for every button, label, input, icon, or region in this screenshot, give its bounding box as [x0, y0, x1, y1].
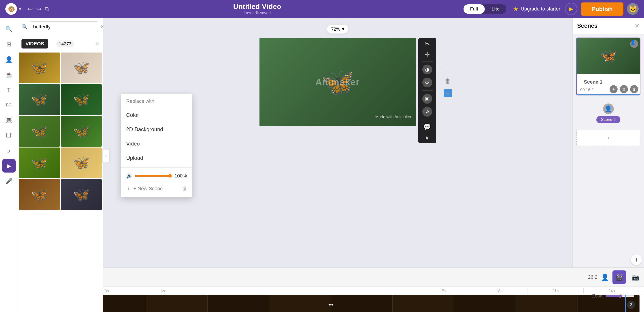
sidebar-item-video[interactable]: ▶ — [2, 159, 16, 173]
sidebar-item-images[interactable]: 🖼 — [2, 114, 16, 127]
scene1-content: 🦋 — [600, 48, 617, 64]
right-canvas-icons: ＋ 🗑 − — [444, 64, 452, 97]
ruler-mark: 15s — [415, 288, 471, 294]
collapse-panel-button[interactable]: ‹ — [102, 149, 110, 163]
mode-full-button[interactable]: Full — [464, 4, 485, 14]
plus-icon: ＋ — [606, 135, 611, 141]
zoom-control[interactable]: 72% ▾ — [327, 24, 348, 33]
cut-tool-button[interactable]: ✂ — [424, 40, 430, 48]
upload-option[interactable]: Upload — [121, 151, 192, 165]
ruler-mark — [191, 290, 415, 291]
rotate-tool-button[interactable]: ↺ — [422, 107, 432, 117]
volume-icon: 🔊 — [126, 173, 132, 179]
chevron-down-icon: ▾ — [19, 6, 21, 12]
video-thumbnail[interactable]: 🦋 — [61, 179, 102, 210]
ruler-mark: 6s — [135, 288, 191, 294]
timeline-video-clip-button[interactable]: 🎬 — [612, 271, 626, 284]
track-frame — [331, 295, 393, 312]
scenes-timeline-add-button[interactable]: ＋ — [631, 254, 642, 265]
video-thumbnail[interactable]: 🦋 — [19, 179, 60, 210]
add-scene-button[interactable]: ＋ — [576, 130, 640, 146]
contrast-tool-button[interactable]: ◑ — [422, 65, 432, 74]
scenes-panel: Scenes ✕ 🦋 👤 Scene 1 00:16.2 ＋ ⧉ 🗑 👤 Sce… — [572, 18, 644, 267]
timeline-controls: ▶ ▶ S 26.2 👤 🎬 📷 — [18, 268, 644, 287]
video-thumbnail[interactable]: 🦋 — [61, 116, 102, 147]
logo-icon[interactable]: 🐵 — [5, 3, 17, 15]
timeline-person-button[interactable]: 👤 — [601, 274, 609, 281]
videos-header: VIDEOS | 14273 ✕ — [18, 36, 103, 52]
track-blue-handle[interactable] — [625, 295, 626, 312]
videos-close-button[interactable]: ✕ — [95, 41, 99, 47]
canvas-toolbar: ✂ ✛ ◑ ⟳ ▣ ↺ 💬 ∨ — [418, 38, 436, 143]
volume-percentage: 100% — [174, 173, 187, 179]
sidebar-item-mic[interactable]: 🎤 — [2, 174, 16, 188]
sidebar-item-search[interactable]: 🔍 — [2, 22, 16, 36]
preview-button[interactable]: ▶ — [565, 3, 577, 15]
replace-with-dropdown: Replace with Color 2D Background Video U… — [121, 94, 192, 197]
duplicate-button[interactable]: ⧉ — [45, 5, 49, 12]
search-input[interactable] — [30, 21, 98, 32]
video-thumbnail[interactable]: 🦋 — [61, 148, 102, 178]
add-element-button[interactable]: ＋ — [444, 64, 452, 73]
new-scene-button[interactable]: ＋ + New Scene — [126, 185, 162, 192]
sidebar-item-props[interactable]: ☕ — [2, 68, 16, 81]
sidebar-item-templates[interactable]: ⊞ — [2, 37, 16, 51]
search-panel: 🔍 ✕ ⚙ VIDEOS | 14273 ✕ 🦋 🦋 🦋 🦋 🦋 🦋 🦋 🦋 🦋… — [18, 18, 103, 312]
expand-tool-button[interactable]: ∨ — [425, 134, 430, 141]
play-icon: ▶ — [569, 6, 573, 12]
ruler-mark: 18s — [471, 288, 527, 294]
mask-tool-button[interactable]: ▣ — [422, 94, 432, 104]
undo-button[interactable]: ↩ — [28, 5, 33, 13]
avatar[interactable]: 🐱 — [627, 3, 639, 15]
zoom-plus-icon: + — [637, 294, 640, 299]
volume-slider[interactable] — [135, 174, 172, 178]
redo-button[interactable]: ↪ — [36, 5, 42, 13]
scene-blue-btn[interactable]: − — [444, 89, 452, 97]
upgrade-button[interactable]: ★ Upgrade to starter — [513, 5, 560, 13]
video-thumbnail[interactable]: 🦋 — [19, 116, 60, 147]
canvas-video[interactable]: 🦋 Animaker Made with Animaker — [260, 38, 416, 126]
zoom-area: - Zoom + — [588, 294, 640, 299]
video-option[interactable]: Video — [121, 137, 192, 151]
zoom-value: 72% — [331, 26, 340, 32]
timeline-marker-time: 26.2 — [588, 274, 598, 280]
zoom-slider[interactable] — [606, 294, 634, 298]
sidebar-item-audio[interactable]: ♪ — [2, 144, 16, 157]
scenes-close-button[interactable]: ✕ — [634, 22, 640, 29]
scene-delete-button[interactable]: 🗑 — [630, 85, 638, 93]
search-clear-button[interactable]: ✕ — [100, 24, 103, 30]
speech-tool-button[interactable]: 💬 — [423, 123, 431, 131]
scene-add-button[interactable]: ＋ — [610, 85, 618, 93]
sidebar-item-characters[interactable]: 👤 — [2, 53, 16, 66]
track-frame — [146, 295, 208, 312]
toolbar-divider — [422, 90, 432, 91]
video-thumbnail[interactable]: 🦋 — [61, 84, 102, 115]
track-options-button[interactable]: ••• — [328, 302, 334, 308]
video-thumbnail[interactable]: 🦋 — [19, 84, 60, 115]
move-tool-button[interactable]: ✛ — [424, 51, 430, 58]
scene1-duration: 00:16.2 — [580, 88, 606, 92]
video-thumbnail[interactable]: 🦋 — [61, 52, 102, 83]
scene2-badge[interactable]: Scene 2 — [596, 116, 620, 123]
logo-area: 🐵 ▾ — [5, 3, 21, 15]
scene2-avatar: 👤 — [603, 103, 614, 114]
timeline-track[interactable]: 00:16.2 🔊 ••• 2 — [22, 295, 640, 312]
video-thumbnail[interactable]: 🦋 — [19, 148, 60, 178]
delete-scene-button[interactable]: 🗑 — [182, 186, 187, 192]
mode-lite-button[interactable]: Lite — [485, 4, 506, 14]
timeline-camera-button[interactable]: 📷 — [632, 274, 640, 281]
sidebar-item-clips[interactable]: 🎞 — [2, 129, 16, 142]
timeline-ruler: 0s 3s 6s 15s 18s 21s 24s — [18, 287, 644, 295]
publish-button[interactable]: Publish — [581, 2, 624, 16]
scene1-card[interactable]: 🦋 👤 Scene 1 00:16.2 ＋ ⧉ 🗑 — [576, 37, 640, 95]
delete-element-button[interactable]: 🗑 — [444, 77, 452, 85]
color-option[interactable]: Color — [121, 108, 192, 122]
sidebar-item-text[interactable]: T — [2, 83, 16, 97]
video-thumbnail[interactable]: 🦋 — [19, 52, 60, 83]
flip-tool-button[interactable]: ⟳ — [422, 77, 432, 87]
sidebar-item-background[interactable]: BG — [2, 98, 16, 112]
scene-duplicate-button[interactable]: ⧉ — [620, 85, 628, 93]
2d-background-option[interactable]: 2D Background — [121, 122, 192, 137]
videos-count-badge: 14273 — [56, 40, 74, 47]
scenes-title: Scenes — [577, 22, 598, 29]
